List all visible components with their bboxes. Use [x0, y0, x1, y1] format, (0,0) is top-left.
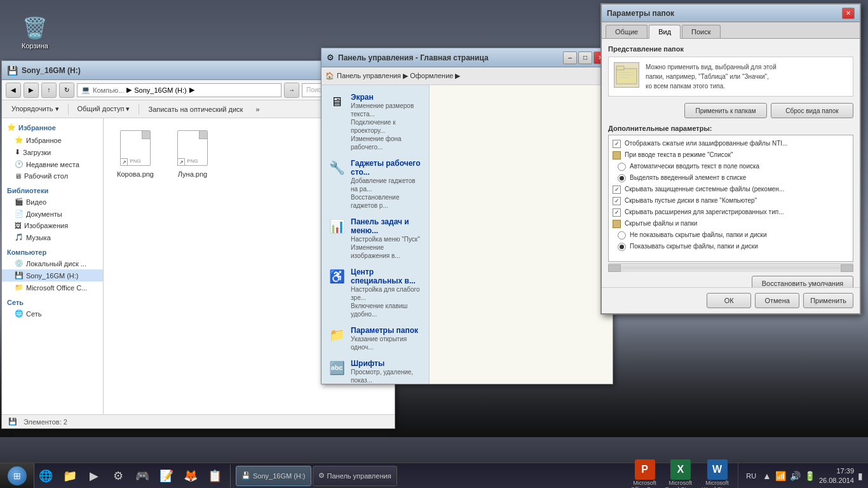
taskbar-explorer-window[interactable]: 💾 Sony_16GM (H:): [236, 466, 311, 486]
h-scroll-left[interactable]: [608, 264, 621, 272]
nav-item-docs[interactable]: 📄 Документы: [2, 208, 103, 220]
file-item-korova[interactable]: PNG ↗ Корова.png: [110, 125, 161, 181]
label-compressed-files: Отображать сжатые или зашифрованные файл…: [625, 139, 787, 148]
nav-item-ms-office[interactable]: 📁 Microsoft Office C...: [2, 281, 103, 294]
cpanel-titlebar[interactable]: ⚙ Панель управления - Главная страница –…: [322, 48, 613, 67]
folder-view-preview-icon: [614, 62, 639, 88]
cb-hide-system-files[interactable]: ✓: [613, 186, 621, 194]
quicklaunch-browser[interactable]: 🦊: [179, 464, 202, 487]
nav-label-docs: Документы: [26, 210, 62, 218]
cb-hide-empty-drives[interactable]: ✓: [613, 197, 621, 205]
cb-compressed-files[interactable]: ✓: [613, 140, 621, 148]
excel-letter: X: [677, 464, 684, 475]
restore-defaults-button[interactable]: Восстановить умолчания: [752, 276, 853, 287]
nav-item-downloads[interactable]: ⬇ Загрузки: [2, 146, 103, 158]
recycle-bin-icon[interactable]: 🗑️ Корзина: [13, 13, 57, 52]
nav-item-desktop[interactable]: 🖥 Рабочий стол: [2, 170, 103, 182]
folder-view-box: Можно применить вид, выбранный для этойп…: [608, 57, 853, 97]
nav-item-recent[interactable]: 🕐 Недавние места: [2, 158, 103, 170]
libraries-header: Библиотеки: [2, 184, 103, 196]
folder-options-titlebar[interactable]: Параметры папок ✕: [602, 4, 860, 22]
quicklaunch-explorer[interactable]: 📁: [58, 464, 81, 487]
folder-options-close-button[interactable]: ✕: [842, 8, 855, 19]
radio-highlight-item[interactable]: [618, 174, 626, 182]
nav-item-images[interactable]: 🖼 Изображения: [2, 220, 103, 231]
cpanel-item-fonts[interactable]: 🔤 Шрифты Просмотр, удаление, показ...Нас…: [325, 355, 425, 384]
nav-item-sony[interactable]: 💾 Sony_16GM (H:): [2, 269, 103, 281]
refresh-button[interactable]: ↻: [59, 83, 74, 98]
forward-button[interactable]: ▶: [24, 83, 39, 98]
apply-button[interactable]: Применить: [803, 293, 853, 308]
cpanel-item-taskbar[interactable]: 📊 Панель задач и меню... Настройка меню …: [325, 214, 425, 264]
favorites-header[interactable]: ⭐ Избранное: [2, 121, 103, 134]
tab-general[interactable]: Общие: [606, 25, 648, 38]
cpanel-item-gadgets[interactable]: 🔧 Гаджеты рабочего сто... Добавление гад…: [325, 155, 425, 214]
cb-hide-extensions[interactable]: ✓: [613, 208, 621, 217]
address-path[interactable]: 💻 Компью... ▶ Sony_16GM (H:) ▶: [77, 83, 281, 97]
cpanel-breadcrumb: 🏠 Панель управления ▶ Оформление ▶: [322, 67, 613, 85]
tab-search[interactable]: Поиск: [682, 25, 720, 38]
network-label: Сеть: [7, 299, 24, 306]
screen-title: Экран: [351, 93, 423, 102]
pinned-apps-section: P MicrosoftOffice Po... X MicrosoftExcel…: [625, 459, 738, 489]
cpanel-items-list: 🖥 Экран Изменение размеров текста...Подк…: [322, 85, 430, 384]
nav-item-network[interactable]: 🌐 Сеть: [2, 308, 103, 320]
pinned-word[interactable]: W MicrosoftWord Star...: [700, 459, 734, 489]
settings-horizontal-scrollbar[interactable]: [608, 263, 853, 272]
radio-auto-search[interactable]: [618, 163, 626, 171]
share-button[interactable]: Общий доступ ▾: [72, 102, 136, 116]
back-button[interactable]: ◀: [6, 83, 21, 98]
cpanel-item-screen[interactable]: 🖥 Экран Изменение размеров текста...Подк…: [325, 89, 425, 155]
quicklaunch-media[interactable]: ▶: [83, 464, 105, 487]
taskbar-cpanel-window[interactable]: ⚙ Панель управления: [313, 466, 397, 486]
nav-icon-local-disk: 💿: [15, 259, 24, 268]
tray-volume-icon[interactable]: 🔊: [790, 471, 801, 481]
start-button[interactable]: [0, 463, 34, 489]
excel-icon: X: [670, 459, 691, 480]
cancel-button[interactable]: Отмена: [755, 293, 799, 308]
radio-show-hidden[interactable]: [618, 243, 626, 251]
status-bar: 💾 Элементов: 2: [2, 414, 395, 428]
quicklaunch-settings[interactable]: ⚙: [107, 464, 130, 487]
quicklaunch-app1[interactable]: 🎮: [131, 464, 154, 487]
cpanel-maximize-button[interactable]: □: [578, 51, 592, 64]
cpanel-minimize-button[interactable]: –: [563, 51, 577, 64]
nav-label-recent: Недавние места: [26, 161, 79, 168]
cpanel-item-folder-options[interactable]: 📁 Параметры папок Указание открытия одно…: [325, 322, 425, 355]
tray-arrow-icon[interactable]: ▲: [763, 471, 771, 481]
language-indicator[interactable]: RU: [743, 472, 759, 480]
quicklaunch-app2[interactable]: 📝: [155, 464, 178, 487]
nav-item-video[interactable]: 🎬 Видео: [2, 196, 103, 208]
tray-network-icon[interactable]: 📶: [775, 471, 786, 481]
label-highlight-item: Выделять введенный элемент в списке: [630, 173, 746, 182]
file-item-luna[interactable]: PNG ↗ Луна.png: [167, 125, 218, 181]
quicklaunch-app3[interactable]: 📋: [203, 464, 226, 487]
toolbar-separator-1: [68, 104, 69, 115]
radio-dont-show-hidden[interactable]: [618, 231, 626, 240]
tray-battery-icon[interactable]: 🔋: [804, 471, 815, 481]
reset-view-button[interactable]: Сброс вида папок: [771, 103, 853, 118]
nav-item-izbrannoye[interactable]: ⭐ Избранное: [2, 134, 103, 146]
cpanel-item-accessibility[interactable]: ♿ Центр специальных в... Настройка для с…: [325, 264, 425, 322]
go-button[interactable]: →: [284, 83, 299, 98]
pinned-excel[interactable]: X MicrosoftExcel Star...: [663, 459, 698, 489]
more-button[interactable]: »: [250, 102, 265, 116]
show-desktop-icon[interactable]: ▮: [858, 471, 863, 481]
pinned-powerpoint[interactable]: P MicrosoftOffice Po...: [628, 459, 660, 489]
screen-icon: 🖥: [328, 93, 346, 111]
system-clock[interactable]: 17:39 26.08.2014: [819, 466, 854, 485]
address-text: Компью...: [93, 86, 124, 94]
cpanel-title-icon: ⚙: [327, 53, 334, 62]
burn-button[interactable]: Записать на оптический диск: [142, 102, 248, 116]
apply-to-folders-button[interactable]: Применить к папкам: [684, 103, 767, 118]
setting-show-hidden: Показывать скрытые файлы, папки и диски: [611, 241, 850, 252]
organize-button[interactable]: Упорядочить ▾: [6, 102, 65, 116]
h-scroll-right[interactable]: [841, 264, 853, 272]
settings-list[interactable]: ✓ Отображать сжатые или зашифрованные фа…: [608, 135, 853, 262]
up-button[interactable]: ↑: [41, 83, 57, 98]
quicklaunch-ie[interactable]: 🌐: [34, 464, 57, 487]
tab-view[interactable]: Вид: [649, 25, 681, 39]
ok-button[interactable]: ОК: [707, 293, 751, 308]
nav-item-local-disk[interactable]: 💿 Локальный диск ...: [2, 257, 103, 269]
nav-item-music[interactable]: 🎵 Музыка: [2, 231, 103, 243]
